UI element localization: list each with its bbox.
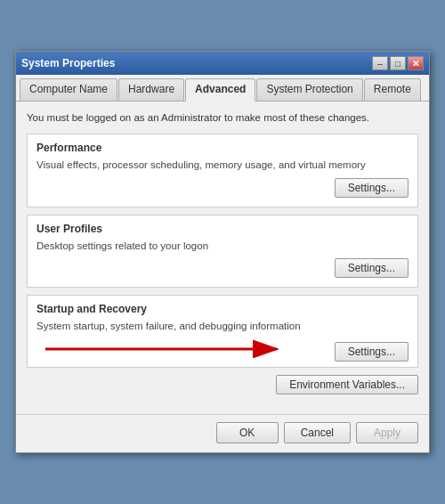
ok-button[interactable]: OK <box>216 422 279 443</box>
user-profiles-desc: Desktop settings related to your logon <box>36 239 409 253</box>
performance-desc: Visual effects, processor scheduling, me… <box>36 158 409 172</box>
bottom-bar: OK Cancel Apply <box>16 414 429 452</box>
performance-title: Performance <box>36 142 409 154</box>
tab-remote[interactable]: Remote <box>364 78 421 101</box>
tab-computer-name[interactable]: Computer Name <box>20 78 117 101</box>
performance-btn-row: Settings... <box>36 178 409 198</box>
window-title: System Properties <box>21 57 115 69</box>
environment-variables-button[interactable]: Environment Variables... <box>276 375 418 394</box>
tab-advanced[interactable]: Advanced <box>185 78 255 102</box>
performance-settings-button[interactable]: Settings... <box>335 178 409 198</box>
performance-section: Performance Visual effects, processor sc… <box>27 134 418 207</box>
user-profiles-btn-row: Settings... <box>36 258 409 278</box>
tab-bar: Computer Name Hardware Advanced System P… <box>16 75 429 102</box>
user-profiles-settings-button[interactable]: Settings... <box>335 258 409 278</box>
system-properties-window: System Properties – □ ✕ Computer Name Ha… <box>15 51 430 452</box>
title-bar: System Properties – □ ✕ <box>16 52 429 75</box>
user-profiles-section: User Profiles Desktop settings related t… <box>27 215 418 288</box>
startup-recovery-settings-button[interactable]: Settings... <box>335 342 409 362</box>
close-button[interactable]: ✕ <box>408 56 424 70</box>
user-profiles-title: User Profiles <box>36 223 409 235</box>
startup-recovery-title: Startup and Recovery <box>36 303 409 315</box>
apply-button[interactable]: Apply <box>356 422 418 443</box>
title-bar-controls: – □ ✕ <box>372 56 424 70</box>
admin-notice: You must be logged on as an Administrato… <box>27 110 418 125</box>
red-arrow-icon <box>45 331 312 358</box>
tab-system-protection[interactable]: System Protection <box>256 78 362 101</box>
tab-hardware[interactable]: Hardware <box>118 78 184 101</box>
cancel-button[interactable]: Cancel <box>284 422 351 443</box>
tab-content: You must be logged on as an Administrato… <box>16 102 429 413</box>
startup-recovery-section: Startup and Recovery System startup, sys… <box>27 295 418 368</box>
environment-variables-row: Environment Variables... <box>27 375 418 394</box>
minimize-button[interactable]: – <box>372 56 388 70</box>
maximize-button[interactable]: □ <box>390 56 406 70</box>
